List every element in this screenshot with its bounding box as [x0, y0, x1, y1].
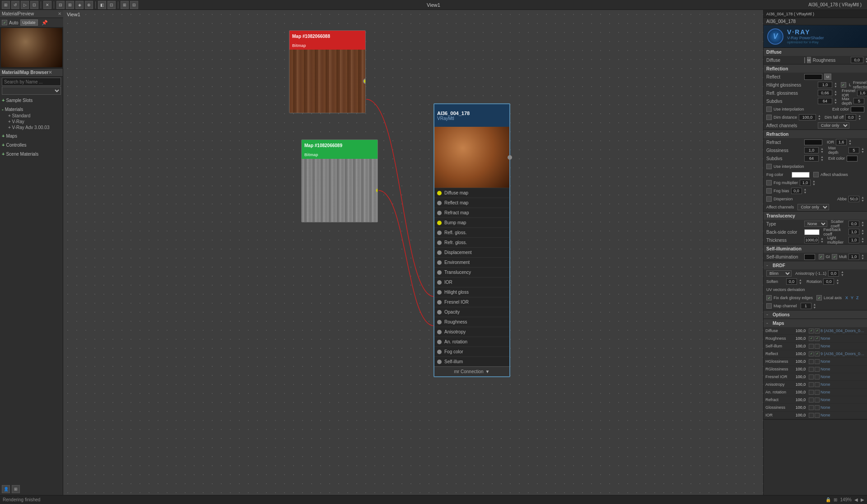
refr-affect-channels-select[interactable]: Color only: [797, 204, 829, 210]
fog-bias-down[interactable]: ▼: [804, 191, 807, 194]
affect-channels-select[interactable]: Color only: [818, 122, 849, 129]
axis-z[interactable]: Z: [856, 296, 859, 300]
maps-cb1-fresnel-ior[interactable]: [809, 375, 814, 379]
bitmap-node-2[interactable]: Map #1082066089 Bitmap: [301, 139, 378, 222]
vray-port-refl-gloss[interactable]: Refl. gloss.: [434, 227, 509, 237]
use-interp-cb[interactable]: [766, 106, 772, 112]
roughness-down-arrow[interactable]: ▼: [865, 60, 867, 63]
controllers-toggle[interactable]: + Controlles: [2, 141, 61, 148]
mult-down[interactable]: ▼: [861, 257, 864, 260]
mp-auto-checkbox[interactable]: [2, 20, 7, 25]
scene-materials-toggle[interactable]: + Scene Materials: [2, 150, 61, 157]
ior-up[interactable]: ▲: [848, 139, 852, 142]
light-mult-input[interactable]: [848, 237, 859, 243]
abbe-input[interactable]: [848, 196, 859, 202]
refl-gloss-down[interactable]: ▼: [834, 93, 837, 96]
self-illum-section-title[interactable]: Self-illumination: [764, 245, 867, 253]
browser-type-select[interactable]: [2, 87, 61, 95]
vray-port-reflect[interactable]: Reflect map: [434, 198, 509, 208]
scatter-down[interactable]: ▼: [861, 224, 864, 227]
dim-dist-cb[interactable]: [766, 115, 772, 120]
fog-mult-down[interactable]: ▼: [812, 183, 816, 186]
fresnel-ior-input[interactable]: [857, 90, 867, 96]
maps-link-glossiness[interactable]: None: [820, 405, 865, 410]
maps-cb1-refract[interactable]: [809, 398, 814, 402]
vray-port-environment[interactable]: Environment: [434, 257, 509, 267]
rotation-down[interactable]: ▼: [836, 282, 839, 285]
browser-close-icon[interactable]: ✕: [48, 70, 52, 75]
maps-cb1-hglossiness[interactable]: [809, 359, 814, 364]
bitmap-node-1[interactable]: Map #1082066088 Bitmap: [289, 30, 366, 113]
browser-icon-1[interactable]: 👤: [2, 485, 10, 493]
fwd-back-up[interactable]: ▲: [861, 229, 864, 232]
toolbar-icon-13[interactable]: ⊟: [130, 1, 138, 9]
toolbar-icon-8[interactable]: ◈: [75, 1, 84, 9]
maps-cb1-ior[interactable]: [809, 413, 814, 418]
local-axis-cb[interactable]: [816, 295, 822, 301]
roughness-up-arrow[interactable]: ▲: [865, 57, 867, 60]
toolbar-icon-7[interactable]: ⊞: [66, 1, 74, 9]
abbe-up[interactable]: ▲: [861, 196, 864, 199]
axis-x[interactable]: X: [845, 296, 848, 300]
map-channel-cb[interactable]: [766, 303, 772, 309]
mult-up[interactable]: ▲: [861, 254, 864, 257]
maps-cb1-glossiness[interactable]: [809, 405, 814, 410]
refl-gloss-up[interactable]: ▲: [834, 90, 837, 93]
map-channel-up[interactable]: ▲: [813, 303, 816, 306]
maps-cb2-diffuse[interactable]: [815, 328, 820, 333]
scatter-coeff-input[interactable]: [848, 221, 859, 227]
fog-bias-cb[interactable]: [766, 188, 772, 194]
dim-falloff-input[interactable]: [845, 114, 856, 120]
refr-use-interp-cb[interactable]: [766, 164, 772, 169]
maps-link-fresnel-ior[interactable]: None: [820, 375, 865, 379]
reflection-section-title[interactable]: Reflection: [764, 65, 867, 73]
map-channel-input[interactable]: [801, 303, 811, 309]
maps-link-roughness[interactable]: None: [820, 336, 865, 341]
mp-pin-icon[interactable]: 📌: [42, 20, 48, 26]
gi-state-cb[interactable]: [832, 254, 837, 259]
self-illum-swatch[interactable]: [804, 254, 815, 260]
exit-color-swatch[interactable]: [851, 106, 864, 112]
vray-scroll-button[interactable]: mr Connection ▼: [434, 366, 509, 376]
maps-cb1-reflect[interactable]: [809, 351, 814, 356]
maps-cb1-diffuse[interactable]: [809, 328, 814, 333]
max-depth-input[interactable]: [853, 98, 864, 104]
thickness-up[interactable]: ▲: [820, 237, 824, 240]
toolbar-icon-5[interactable]: ✕: [43, 1, 51, 9]
refr-subdivs-input[interactable]: [804, 155, 819, 162]
refr-exit-color-swatch[interactable]: [847, 156, 858, 162]
affect-shadows-cb[interactable]: [813, 172, 819, 177]
reflect-swatch[interactable]: [804, 74, 822, 80]
axis-y[interactable]: Y: [851, 296, 853, 300]
maps-cb1-an-rotation[interactable]: [809, 390, 814, 395]
abbe-down[interactable]: ▼: [861, 199, 864, 202]
diffuse-roughness-input[interactable]: [851, 57, 863, 63]
toolbar-icon-1[interactable]: ⊞: [2, 1, 10, 9]
sample-slots-toggle[interactable]: + Sample Slots: [2, 97, 61, 104]
vray-port-bump[interactable]: Bump map: [434, 217, 509, 227]
maps-cb2-an-rotation[interactable]: [815, 390, 820, 395]
vray-mtl-node[interactable]: AI36_004_178 VRayMtl Diffuse map Reflect…: [434, 103, 510, 377]
refl-gloss-input[interactable]: [818, 90, 832, 96]
dim-falloff-up[interactable]: ▲: [858, 114, 861, 117]
vray-port-refract[interactable]: Refract map: [434, 208, 509, 217]
light-mult-up[interactable]: ▲: [861, 237, 864, 240]
bitmap2-connector[interactable]: [375, 188, 378, 193]
maps-link-anisotropy[interactable]: None: [820, 382, 865, 387]
maps-cb2-fresnel-ior[interactable]: [815, 375, 820, 379]
glossiness-input[interactable]: [804, 147, 819, 153]
soften-input[interactable]: [786, 278, 797, 285]
maps-cb2-rglossiness[interactable]: [815, 367, 820, 372]
maps-link-hglossiness[interactable]: None: [820, 359, 865, 364]
dim-dist-up[interactable]: ▲: [818, 114, 821, 117]
thickness-down[interactable]: ▼: [820, 240, 824, 243]
toolbar-icon-12[interactable]: ⊞: [121, 1, 129, 9]
maps-cb1-anisotropy[interactable]: [809, 382, 814, 387]
toolbar-icon-10[interactable]: ◧: [98, 1, 106, 9]
maps-cb1-roughness[interactable]: [809, 336, 814, 341]
soften-up[interactable]: ▲: [799, 278, 802, 282]
fwd-back-down[interactable]: ▼: [861, 232, 864, 235]
back-side-swatch[interactable]: [804, 229, 820, 235]
diffuse-m-button[interactable]: M: [807, 57, 811, 63]
subdivs-input[interactable]: [818, 98, 832, 104]
